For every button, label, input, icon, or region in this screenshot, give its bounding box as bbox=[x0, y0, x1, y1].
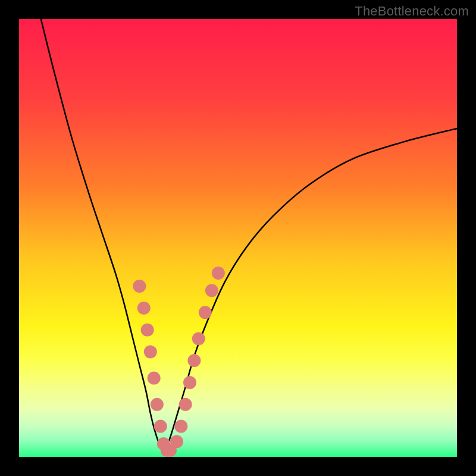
data-marker bbox=[174, 419, 187, 433]
data-marker bbox=[144, 345, 157, 358]
watermark-text: TheBottleneck.com bbox=[355, 4, 469, 19]
data-marker bbox=[199, 306, 212, 319]
chart-stage: TheBottleneck.com bbox=[0, 0, 476, 476]
data-marker bbox=[205, 284, 218, 297]
data-marker bbox=[133, 280, 146, 293]
data-marker bbox=[148, 372, 161, 385]
data-marker bbox=[179, 398, 192, 411]
data-marker bbox=[192, 332, 205, 345]
data-marker bbox=[187, 354, 201, 367]
plot-area bbox=[19, 19, 457, 457]
data-marker bbox=[141, 324, 154, 337]
data-marker bbox=[151, 398, 164, 411]
left-branch-curve bbox=[41, 19, 164, 453]
data-marker bbox=[170, 435, 183, 448]
curve-layer bbox=[19, 19, 457, 457]
data-marker bbox=[137, 302, 151, 315]
data-marker bbox=[154, 419, 167, 433]
data-markers bbox=[133, 267, 224, 457]
data-marker bbox=[212, 267, 225, 280]
data-marker bbox=[183, 376, 196, 389]
